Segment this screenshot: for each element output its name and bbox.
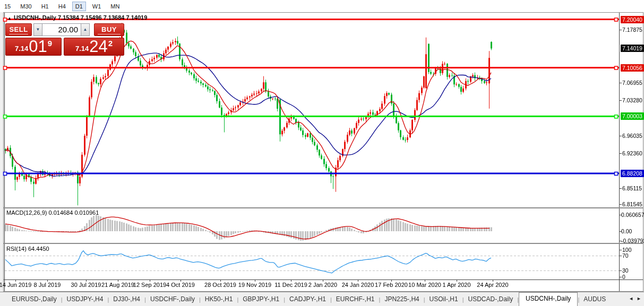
buy-price-button[interactable]: 7.14 24 2 bbox=[64, 38, 124, 56]
buy-button[interactable]: BUY bbox=[94, 23, 124, 36]
tab-JPN225-,H4[interactable]: JPN225-,H4 bbox=[380, 293, 423, 306]
rsi-indicator-label: RSI(14) 64.4450 bbox=[6, 246, 49, 252]
buy-underline bbox=[98, 34, 121, 34]
timeframe-button-D1[interactable]: D1 bbox=[72, 2, 86, 11]
chart-title: ▲USDCNH-,Daily 7.15384 7.15496 7.13684 7… bbox=[7, 14, 147, 21]
tab-CADJPY-,H1[interactable]: CADJPY-,H1 bbox=[285, 293, 330, 306]
tab-HK50-,H1[interactable]: HK50-,H1 bbox=[201, 293, 237, 306]
tab-USDCAD-,Daily[interactable]: USDCAD-,Daily bbox=[463, 293, 517, 306]
tab-DJ30-,H4[interactable]: DJ30-,H4 bbox=[109, 293, 144, 306]
timeframe-button-M30[interactable]: M30 bbox=[17, 2, 35, 11]
buy-price-sup: 2 bbox=[108, 39, 113, 48]
sell-price-sup: 9 bbox=[48, 39, 52, 48]
trade-controls-row: SELL ▼ 20.00 ▲ BUY bbox=[5, 23, 124, 36]
symbol-tab-bar: EURUSD-,Daily|USDJPY-,H4|DJ30-,H4|USDCHF… bbox=[0, 292, 644, 306]
volume-input[interactable]: 20.00 bbox=[42, 23, 81, 36]
tab-USDCHF-,Daily[interactable]: USDCHF-,Daily bbox=[146, 293, 199, 306]
buy-price-prefix: 7.14 bbox=[75, 45, 89, 53]
volume-increase-button[interactable]: ▲ bbox=[81, 23, 90, 36]
buy-button-label: BUY bbox=[101, 25, 117, 33]
tab-USOil-,H1[interactable]: USOil-,H1 bbox=[425, 293, 462, 306]
sell-button-label: SELL bbox=[9, 25, 28, 33]
timeframe-button-H4[interactable]: H4 bbox=[55, 2, 69, 11]
chart-title-text: USDCNH-,Daily 7.15384 7.15496 7.13684 7.… bbox=[14, 14, 147, 21]
tab-EURUSD-,Daily[interactable]: EURUSD-,Daily bbox=[7, 293, 61, 306]
sell-button[interactable]: SELL bbox=[5, 23, 32, 36]
tab-scroll-left-icon[interactable]: ◄ bbox=[629, 296, 633, 301]
chevron-up-icon: ▲ bbox=[83, 27, 88, 32]
tab-GBPJPY-,H1[interactable]: GBPJPY-,H1 bbox=[238, 293, 284, 306]
buy-price-main: 24 bbox=[89, 39, 107, 54]
timeframe-button-H1[interactable]: H1 bbox=[38, 2, 52, 11]
timeframe-toolbar: 15M30H1H4D1W1MN bbox=[0, 0, 644, 12]
timeframe-button-MN[interactable]: MN bbox=[107, 2, 123, 11]
tab-EURCHF-,H1[interactable]: EURCHF-,H1 bbox=[332, 293, 379, 306]
chevron-down-icon: ▼ bbox=[36, 27, 40, 32]
timeframe-button-W1[interactable]: W1 bbox=[89, 2, 105, 11]
tab-scroll-controls: ◄► bbox=[625, 296, 641, 301]
chart-collapse-icon: ▲ bbox=[7, 16, 12, 21]
tab-USDJPY-,H4[interactable]: USDJPY-,H4 bbox=[63, 293, 108, 306]
sell-price-button[interactable]: 7.14 01 9 bbox=[5, 38, 62, 56]
macd-indicator-label: MACD(12,26,9) 0.014684 0.010961 bbox=[6, 209, 99, 216]
tab-scroll-right-icon[interactable]: ► bbox=[637, 296, 641, 301]
timeframe-button-15[interactable]: 15 bbox=[1, 2, 14, 11]
sell-price-main: 01 bbox=[29, 39, 47, 54]
sell-price-prefix: 7.14 bbox=[15, 45, 28, 53]
volume-decrease-button[interactable]: ▼ bbox=[33, 23, 42, 36]
tab-AUDUS[interactable]: AUDUS bbox=[579, 293, 610, 306]
sell-underline bbox=[9, 34, 28, 34]
tab-USDCNH-,Daily[interactable]: USDCNH-,Daily bbox=[519, 292, 578, 306]
